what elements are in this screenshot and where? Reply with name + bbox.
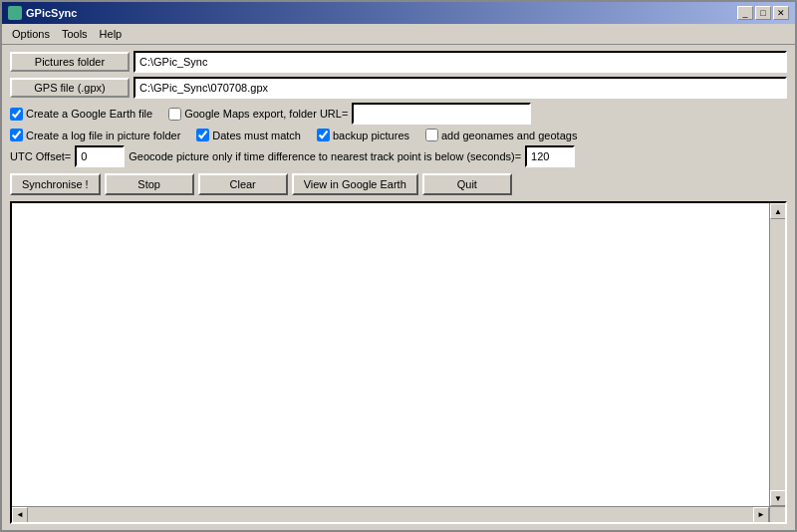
minimize-button[interactable]: _ [737,6,753,20]
create-google-earth-label: Create a Google Earth file [26,108,152,120]
add-geonames-label: add geonames and geotags [441,130,577,141]
horizontal-scrollbar[interactable]: ◄ ► [12,506,769,522]
create-google-earth-checkbox[interactable] [10,108,23,121]
dates-must-match-label: Dates must match [212,130,301,141]
scroll-right-button[interactable]: ► [753,507,769,523]
google-earth-row: Create a Google Earth file Google Maps e… [10,103,787,125]
scroll-up-button[interactable]: ▲ [770,203,786,219]
menu-tools[interactable]: Tools [56,26,94,42]
close-button[interactable]: ✕ [773,6,789,20]
vertical-scrollbar[interactable]: ▲ ▼ [769,203,785,506]
stop-button[interactable]: Stop [105,173,194,195]
output-area: ▲ ▼ ◄ ► [10,201,787,524]
synchronise-button[interactable]: Synchronise ! [10,173,101,195]
options-checkboxes-row: Create a log file in picture folder Date… [10,129,787,141]
google-maps-group: Google Maps export, folder URL= [168,108,348,121]
google-maps-label: Google Maps export, folder URL= [184,108,348,120]
create-log-checkbox[interactable] [10,129,23,141]
create-google-earth-group: Create a Google Earth file [10,108,152,121]
main-window: GPicSync _ □ ✕ Options Tools Help Pictur… [0,0,797,532]
clear-button[interactable]: Clear [198,173,288,195]
utc-row: UTC Offset= Geocode picture only if time… [10,145,787,167]
app-icon [8,6,22,20]
gps-file-row: GPS file (.gpx) [10,77,787,99]
scroll-left-button[interactable]: ◄ [12,507,28,523]
add-geonames-checkbox[interactable] [425,129,438,141]
geocode-threshold-input[interactable] [525,145,575,167]
pictures-folder-label: Pictures folder [10,52,130,72]
backup-pictures-label: backup pictures [333,130,409,141]
gps-file-label: GPS file (.gpx) [10,78,130,98]
google-maps-checkbox[interactable] [168,108,181,121]
title-bar-buttons: _ □ ✕ [737,6,789,20]
view-google-earth-button[interactable]: View in Google Earth [292,173,418,195]
maximize-button[interactable]: □ [755,6,771,20]
menu-help[interactable]: Help [94,26,129,42]
dates-must-match-checkbox[interactable] [196,129,209,141]
content-area: Pictures folder GPS file (.gpx) Create a… [2,45,795,530]
quit-button[interactable]: Quit [422,173,512,195]
menu-options[interactable]: Options [6,26,56,42]
utc-offset-label: UTC Offset= [10,150,71,162]
gps-file-input[interactable] [133,77,787,99]
title-bar: GPicSync _ □ ✕ [2,2,795,24]
dates-match-group: Dates must match [196,129,301,141]
scrollbar-corner [769,506,785,522]
scroll-down-button[interactable]: ▼ [770,490,786,506]
utc-offset-input[interactable] [75,145,125,167]
pictures-folder-row: Pictures folder [10,51,787,73]
buttons-row: Synchronise ! Stop Clear View in Google … [10,173,787,195]
window-title: GPicSync [26,7,77,19]
add-geonames-group: add geonames and geotags [425,129,577,141]
create-log-group: Create a log file in picture folder [10,129,180,141]
pictures-folder-input[interactable] [133,51,787,73]
create-log-label: Create a log file in picture folder [26,130,180,141]
menu-bar: Options Tools Help [2,24,795,45]
geocode-label: Geocode picture only if time difference … [129,150,521,162]
backup-pictures-checkbox[interactable] [317,129,330,141]
google-maps-url-input[interactable] [352,103,531,125]
title-bar-title: GPicSync [8,6,77,20]
backup-pictures-group: backup pictures [317,129,409,141]
